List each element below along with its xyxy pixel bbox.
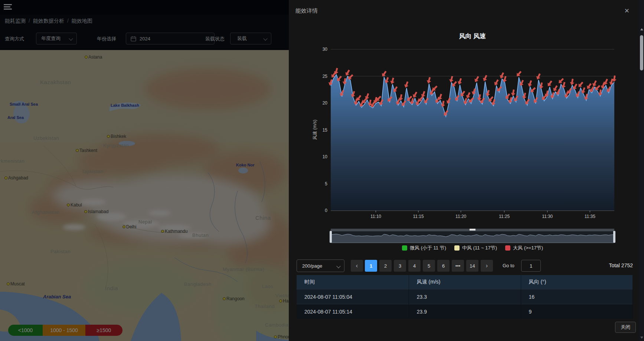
page-button-1[interactable]: 1 [365, 260, 377, 272]
wind-direction-arrow [437, 93, 443, 101]
wind-direction-arrow [546, 80, 553, 87]
wind-direction-arrow [330, 71, 337, 79]
wind-direction-arrow [529, 86, 537, 94]
wind-direction-arrow [405, 95, 413, 103]
total-count: Total 2752 [609, 262, 633, 268]
y-tick-label: 25 [323, 74, 328, 79]
wind-direction-arrow [594, 84, 601, 92]
page-button-14[interactable]: 14 [466, 260, 478, 272]
wind-direction-arrow [333, 67, 339, 75]
wind-direction-arrow [524, 98, 531, 106]
page-size-value: 200/page [302, 263, 322, 269]
chevron-down-icon [336, 264, 340, 268]
goto-page-input[interactable] [521, 260, 541, 272]
wind-direction-arrow [411, 91, 418, 99]
wind-direction-arrow [467, 96, 475, 104]
legend-label: 微风 (小于 11 节) [410, 245, 446, 251]
wind-speed-line [331, 75, 614, 116]
wind-direction-arrow [327, 79, 334, 86]
wind-direction-arrow [555, 88, 562, 96]
close-button[interactable]: 关闭 [615, 322, 636, 333]
wind-direction-arrow [457, 77, 463, 85]
prev-page-button[interactable]: ‹ [351, 260, 363, 272]
wind-direction-arrow [608, 78, 615, 86]
legend-swatch [505, 245, 510, 251]
wind-direction-arrow [350, 90, 356, 98]
wind-direction-arrow [392, 86, 399, 93]
wind-direction-arrow [409, 97, 415, 105]
datazoom-left-handle[interactable] [330, 231, 332, 243]
wind-direction-arrow [479, 97, 486, 105]
legend-item[interactable]: 中风 (11 ~ 17节) [454, 245, 497, 251]
table-cell: 2024-08-07 11:05:14 [297, 304, 409, 319]
scroll-down-icon[interactable] [640, 337, 643, 339]
legend-label: 大风 (>=17节) [513, 245, 543, 251]
wind-direction-arrow [454, 94, 461, 102]
drawer-mask[interactable] [0, 0, 289, 341]
chart-legend: 微风 (小于 11 节)中风 (11 ~ 17节)大风 (>=17节) [331, 245, 614, 251]
wind-direction-arrow [535, 73, 542, 80]
page-button-3[interactable]: 3 [394, 260, 406, 272]
wind-direction-arrow [502, 76, 508, 83]
page-button-4[interactable]: 4 [408, 260, 421, 272]
wind-direction-arrow [612, 75, 617, 82]
wind-direction-arrow [344, 69, 351, 77]
wind-direction-arrow [389, 77, 395, 85]
wind-direction-arrow [571, 83, 578, 91]
wind-direction-arrow [522, 92, 527, 100]
legend-item[interactable]: 微风 (小于 11 节) [402, 245, 446, 251]
wind-direction-arrow [373, 96, 379, 104]
wind-direction-arrow [386, 95, 394, 103]
wind-direction-arrow [364, 93, 370, 100]
legend-swatch [402, 245, 407, 251]
legend-item[interactable]: 大风 (>=17节) [505, 245, 543, 251]
wind-direction-arrow [445, 97, 452, 105]
page-button-6[interactable]: 6 [437, 260, 450, 272]
wind-direction-arrow [431, 85, 438, 92]
wind-direction-arrow [378, 99, 385, 106]
wind-direction-arrow [588, 86, 595, 93]
wind-direction-arrow [367, 99, 373, 106]
wind-direction-arrow [380, 70, 388, 78]
next-page-button[interactable]: › [481, 260, 493, 272]
y-axis-title: 风速 (m/s) [312, 120, 317, 140]
wind-direction-arrow [477, 94, 482, 101]
x-tick-label: 11:25 [499, 214, 510, 219]
chart-hscroll-thumb[interactable] [470, 229, 475, 231]
scrollbar-thumb[interactable] [640, 35, 643, 70]
close-icon[interactable]: ✕ [622, 7, 632, 14]
wind-direction-arrow [598, 89, 603, 96]
wind-direction-arrow [361, 97, 369, 105]
page-size-select[interactable]: 200/page [297, 259, 344, 272]
wind-direction-arrow [585, 82, 593, 90]
table-cell: 16 [521, 289, 632, 304]
page-button-5[interactable]: 5 [423, 260, 435, 272]
page-scrollbar[interactable] [639, 0, 644, 341]
y-tick-label: 30 [323, 47, 328, 52]
drawer-title: 能效详情 [295, 7, 318, 14]
wind-direction-arrow [591, 80, 598, 87]
table-cell: 23.3 [409, 289, 521, 304]
wind-direction-arrow [384, 77, 390, 85]
wind-direction-arrow [544, 90, 550, 97]
table-column-header: 风向 (°) [521, 275, 632, 289]
wind-direction-arrow [563, 91, 570, 99]
scroll-up-icon[interactable] [640, 28, 643, 30]
wind-direction-arrow [539, 82, 544, 89]
x-tick-label: 11:30 [542, 214, 553, 219]
wind-direction-arrow [369, 101, 376, 109]
wind-direction-arrow [434, 96, 441, 104]
more-pages-button[interactable]: ••• [452, 260, 464, 272]
page-button-2[interactable]: 2 [379, 260, 392, 272]
table-column-header: 风速 (m/s) [409, 275, 521, 289]
legend-label: 中风 (11 ~ 17节) [462, 245, 497, 251]
datazoom-right-handle[interactable] [613, 231, 615, 243]
wind-direction-arrow [339, 89, 345, 97]
wind-chart: 051015202530风速 (m/s)11:1011:1511:2011:25… [289, 44, 639, 297]
table-row: 2024-08-07 11:05:0423.316 [297, 289, 633, 304]
wind-direction-arrow [473, 75, 480, 83]
wind-direction-arrow [532, 96, 539, 104]
datazoom-track[interactable] [331, 231, 614, 243]
wind-direction-arrow [358, 100, 365, 108]
wind-direction-arrow [426, 77, 432, 84]
